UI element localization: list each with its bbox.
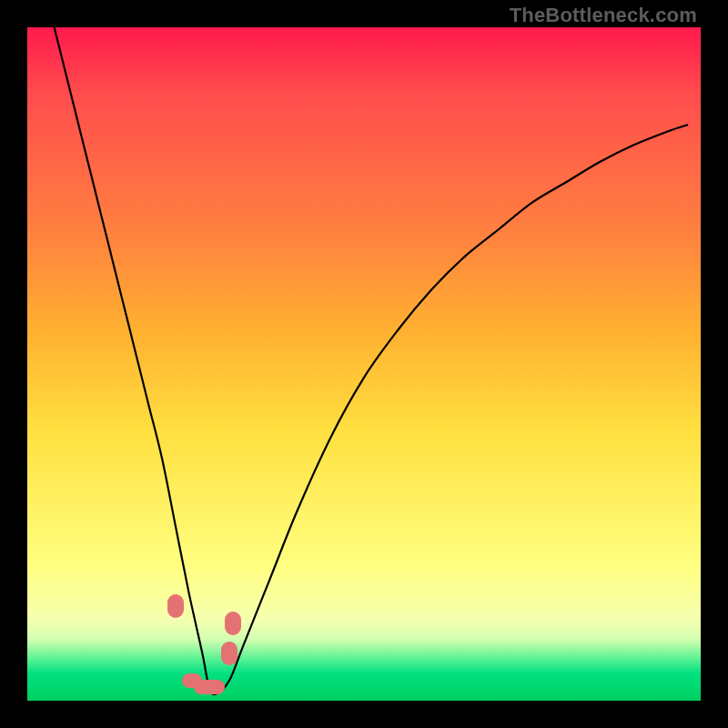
trough-marker <box>221 642 238 665</box>
bottleneck-curve <box>27 27 701 701</box>
trough-marker <box>194 680 225 694</box>
chart-frame <box>27 27 701 701</box>
trough-marker <box>225 612 241 635</box>
trough-marker <box>167 594 184 618</box>
plot-area <box>27 27 701 701</box>
watermark-text: TheBottleneck.com <box>510 4 697 27</box>
